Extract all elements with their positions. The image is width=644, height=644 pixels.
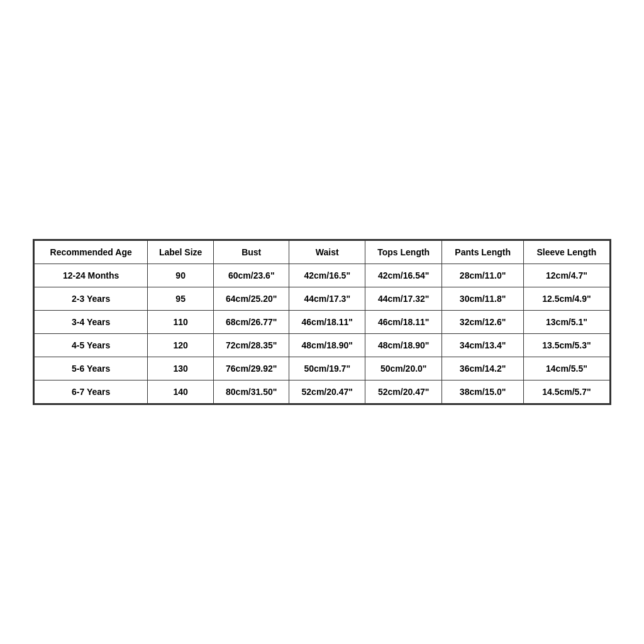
cell-size: 95 xyxy=(148,287,214,311)
table-header-row: Recommended Age Label Size Bust Waist To… xyxy=(35,241,610,264)
cell-bust: 72cm/28.35" xyxy=(213,334,289,357)
cell-bust: 60cm/23.6" xyxy=(213,264,289,287)
table-row: 6-7 Years14080cm/31.50"52cm/20.47"52cm/2… xyxy=(35,380,610,404)
cell-sleeve-length: 13.5cm/5.3" xyxy=(523,334,609,357)
cell-tops-length: 46cm/18.11" xyxy=(365,311,441,334)
cell-bust: 64cm/25.20" xyxy=(213,287,289,311)
table-row: 2-3 Years9564cm/25.20"44cm/17.3"44cm/17.… xyxy=(35,287,610,311)
header-bust: Bust xyxy=(213,241,289,264)
cell-tops-length: 44cm/17.32" xyxy=(365,287,441,311)
cell-sleeve-length: 13cm/5.1" xyxy=(523,311,609,334)
cell-size: 140 xyxy=(148,380,214,404)
cell-sleeve-length: 14.5cm/5.7" xyxy=(523,380,609,404)
cell-sleeve-length: 12cm/4.7" xyxy=(523,264,609,287)
table-row: 5-6 Years13076cm/29.92"50cm/19.7"50cm/20… xyxy=(35,357,610,380)
cell-age: 6-7 Years xyxy=(35,380,148,404)
table-row: 3-4 Years11068cm/26.77"46cm/18.11"46cm/1… xyxy=(35,311,610,334)
cell-tops-length: 42cm/16.54" xyxy=(365,264,441,287)
cell-tops-length: 50cm/20.0" xyxy=(365,357,441,380)
cell-waist: 42cm/16.5" xyxy=(289,264,365,287)
cell-waist: 46cm/18.11" xyxy=(289,311,365,334)
table-row: 4-5 Years12072cm/28.35"48cm/18.90"48cm/1… xyxy=(35,334,610,357)
cell-age: 5-6 Years xyxy=(35,357,148,380)
cell-tops-length: 52cm/20.47" xyxy=(365,380,441,404)
cell-waist: 52cm/20.47" xyxy=(289,380,365,404)
cell-bust: 76cm/29.92" xyxy=(213,357,289,380)
cell-size: 110 xyxy=(148,311,214,334)
table-row: 12-24 Months9060cm/23.6"42cm/16.5"42cm/1… xyxy=(35,264,610,287)
cell-pants-length: 30cm/11.8" xyxy=(442,287,523,311)
header-waist: Waist xyxy=(289,241,365,264)
cell-age: 3-4 Years xyxy=(35,311,148,334)
header-label-size: Label Size xyxy=(148,241,214,264)
cell-pants-length: 28cm/11.0" xyxy=(442,264,523,287)
cell-age: 2-3 Years xyxy=(35,287,148,311)
cell-bust: 80cm/31.50" xyxy=(213,380,289,404)
cell-pants-length: 34cm/13.4" xyxy=(442,334,523,357)
cell-size: 120 xyxy=(148,334,214,357)
size-chart-table: Recommended Age Label Size Bust Waist To… xyxy=(34,240,610,404)
cell-size: 130 xyxy=(148,357,214,380)
cell-age: 4-5 Years xyxy=(35,334,148,357)
cell-age: 12-24 Months xyxy=(35,264,148,287)
header-recommended-age: Recommended Age xyxy=(35,241,148,264)
cell-sleeve-length: 12.5cm/4.9" xyxy=(523,287,609,311)
cell-waist: 44cm/17.3" xyxy=(289,287,365,311)
cell-size: 90 xyxy=(148,264,214,287)
cell-waist: 48cm/18.90" xyxy=(289,334,365,357)
header-tops-length: Tops Length xyxy=(365,241,441,264)
cell-pants-length: 36cm/14.2" xyxy=(442,357,523,380)
cell-sleeve-length: 14cm/5.5" xyxy=(523,357,609,380)
header-pants-length: Pants Length xyxy=(442,241,523,264)
header-sleeve-length: Sleeve Length xyxy=(523,241,609,264)
cell-pants-length: 38cm/15.0" xyxy=(442,380,523,404)
cell-waist: 50cm/19.7" xyxy=(289,357,365,380)
size-chart-wrapper: Recommended Age Label Size Bust Waist To… xyxy=(33,239,611,405)
cell-tops-length: 48cm/18.90" xyxy=(365,334,441,357)
cell-pants-length: 32cm/12.6" xyxy=(442,311,523,334)
cell-bust: 68cm/26.77" xyxy=(213,311,289,334)
